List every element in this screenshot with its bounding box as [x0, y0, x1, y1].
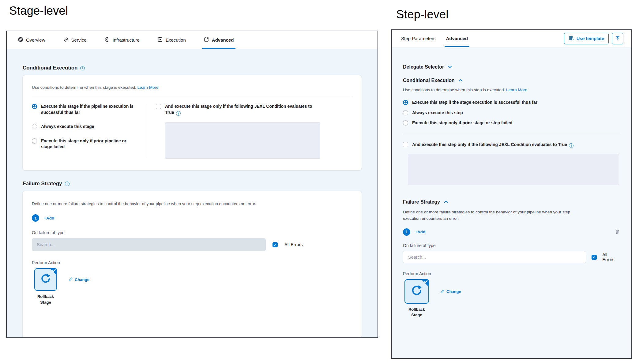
stage-content: Conditional Execution Use conditions to …	[7, 49, 378, 337]
add-strategy-button[interactable]: +Add	[44, 216, 54, 220]
step-level-title: Step-level	[396, 8, 449, 21]
failure-strategy-header[interactable]: Failure Strategy	[403, 199, 620, 205]
learn-more-link[interactable]: Learn More	[506, 88, 527, 92]
radio-icon[interactable]	[403, 120, 408, 126]
rollback-stage-tile[interactable]	[34, 268, 57, 291]
infrastructure-icon	[104, 37, 110, 43]
failure-type-search-input[interactable]	[403, 251, 586, 263]
failure-strategy-card: Define one or more failure strategies to…	[23, 191, 362, 337]
tab-label: Overview	[26, 37, 45, 43]
chevron-up-icon	[444, 199, 448, 205]
stage-advanced-panel: Overview Service Infrastructure Executio…	[6, 31, 378, 338]
divider	[403, 134, 620, 134]
trash-icon	[615, 231, 620, 235]
radio-group: Execute this step if the stage execution…	[403, 99, 620, 126]
tab-label: Step Parameters	[401, 36, 436, 41]
delete-strategy-button[interactable]	[614, 228, 620, 236]
perform-action-label: Perform Action	[403, 271, 620, 276]
failure-type-search-input[interactable]	[32, 238, 266, 251]
selected-check-badge	[49, 268, 57, 277]
tab-advanced[interactable]: Advanced	[446, 30, 468, 47]
pencil-icon	[68, 277, 73, 282]
use-template-button[interactable]: Use template	[564, 33, 609, 44]
radio-selected-icon[interactable]	[403, 100, 408, 105]
info-icon[interactable]	[80, 66, 85, 70]
jexl-condition-checkbox-row[interactable]: And execute this stage only if the follo…	[156, 103, 320, 116]
info-icon[interactable]	[569, 143, 573, 148]
conditional-execution-header[interactable]: Conditional Execution	[403, 78, 620, 83]
conditional-execution-card: Use conditions to determine when this st…	[23, 75, 362, 170]
all-errors-label: All Errors	[284, 242, 303, 247]
add-strategy-button[interactable]: +Add	[415, 230, 425, 234]
tab-overview[interactable]: Overview	[18, 31, 45, 49]
chevron-up-icon	[458, 78, 463, 83]
step-content: Delegate Selector Conditional Execution …	[392, 47, 631, 358]
conditional-execution-heading: Conditional Execution	[23, 65, 362, 71]
action-name: Rollback Stage	[403, 307, 430, 318]
info-icon[interactable]	[176, 111, 181, 116]
upload-icon	[615, 36, 620, 42]
radio-icon[interactable]	[32, 138, 37, 144]
service-icon	[63, 37, 69, 43]
save-as-template-button[interactable]	[612, 33, 623, 44]
jexl-checkbox[interactable]	[403, 142, 408, 147]
tab-advanced[interactable]: Advanced	[204, 31, 234, 49]
template-library-icon	[569, 36, 574, 42]
all-errors-label: All Errors	[602, 252, 620, 262]
step-advanced-panel: Step Parameters Advanced Use template De…	[391, 29, 632, 359]
radio-selected-icon[interactable]	[32, 104, 37, 109]
radio-option-pipeline-successful[interactable]: Execute this stage if the pipeline execu…	[32, 103, 138, 115]
radio-option-always-execute[interactable]: Always execute this stage	[32, 124, 138, 130]
strategy-count-badge[interactable]: 1	[32, 214, 39, 222]
tab-label: Advanced	[212, 37, 234, 43]
tab-infrastructure[interactable]: Infrastructure	[104, 31, 140, 49]
stage-level-title: Stage-level	[9, 4, 68, 17]
failure-strategy-heading: Failure Strategy	[23, 181, 362, 187]
tab-step-parameters[interactable]: Step Parameters	[401, 30, 436, 47]
perform-action-label: Perform Action	[32, 260, 352, 265]
strategy-add-row: 1 +Add	[403, 228, 620, 236]
failure-type-row: All Errors	[32, 238, 352, 251]
learn-more-link[interactable]: Learn More	[137, 85, 158, 90]
execution-icon	[157, 37, 163, 43]
all-errors-checkbox[interactable]	[273, 242, 278, 247]
tab-label: Service	[71, 37, 87, 43]
conditional-execution-description: Use conditions to determine when this st…	[32, 85, 352, 90]
radio-icon[interactable]	[403, 110, 408, 115]
delegate-selector-header[interactable]: Delegate Selector	[403, 64, 620, 70]
jexl-condition-input[interactable]	[408, 154, 619, 185]
info-icon[interactable]	[65, 182, 70, 186]
advanced-icon	[204, 37, 209, 43]
selected-check-badge	[420, 279, 429, 289]
all-errors-checkbox[interactable]	[592, 255, 597, 260]
failure-strategy-description: Define one or more failure strategies to…	[32, 201, 352, 207]
change-action-link[interactable]: Change	[440, 289, 461, 295]
change-action-link[interactable]: Change	[68, 277, 89, 282]
radio-option-stage-successful[interactable]: Execute this step if the stage execution…	[403, 99, 620, 106]
conditional-execution-description: Use conditions to determine when this st…	[403, 88, 620, 92]
on-failure-of-type-label: On failure of type	[32, 230, 352, 235]
perform-action-row: Rollback Stage Change	[32, 268, 352, 305]
jexl-condition-input[interactable]	[165, 122, 320, 159]
vertical-divider	[146, 103, 146, 159]
tab-execution[interactable]: Execution	[157, 31, 186, 49]
tab-label: Advanced	[446, 36, 468, 41]
radio-icon[interactable]	[32, 124, 37, 129]
tab-label: Execution	[166, 37, 186, 43]
jexl-condition-checkbox-row[interactable]: And execute this step only if the follow…	[403, 142, 620, 148]
perform-action-row: Rollback Stage Change	[403, 279, 620, 318]
jexl-checkbox[interactable]	[156, 104, 161, 109]
action-name: Rollback Stage	[32, 294, 59, 305]
radio-option-always-execute[interactable]: Always execute this step	[403, 110, 620, 116]
strategy-add-row: 1 +Add	[32, 214, 352, 222]
tab-service[interactable]: Service	[63, 31, 87, 49]
step-tabbar: Step Parameters Advanced Use template	[392, 30, 631, 47]
divider	[32, 96, 352, 96]
rollback-stage-tile[interactable]	[404, 279, 429, 304]
chevron-down-icon	[448, 64, 452, 70]
tab-label: Infrastructure	[113, 37, 140, 43]
radio-option-prior-failed[interactable]: Execute this step only if prior stage or…	[403, 120, 620, 126]
pencil-icon	[440, 289, 444, 295]
strategy-count-badge[interactable]: 1	[403, 228, 410, 236]
radio-option-prior-failed[interactable]: Execute this stage only if prior pipelin…	[32, 138, 138, 150]
